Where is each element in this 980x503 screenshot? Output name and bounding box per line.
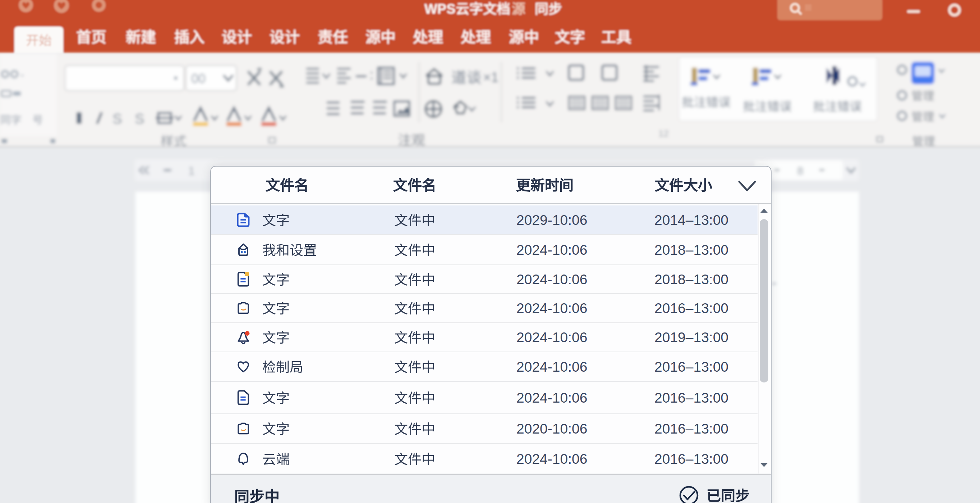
svg-text:2024-10:06: 2024-10:06 (516, 300, 587, 316)
svg-text:2029-10:06: 2029-10:06 (516, 212, 587, 228)
svg-text:2016–13:00: 2016–13:00 (654, 300, 729, 316)
svg-text:S: S (135, 111, 145, 127)
svg-text:2024-10:06: 2024-10:06 (516, 271, 587, 287)
svg-text:S: S (113, 111, 122, 127)
svg-text:2018–13:00: 2018–13:00 (654, 242, 729, 258)
svg-text:2024-10:06: 2024-10:06 (516, 242, 587, 258)
svg-text:×1: ×1 (483, 70, 498, 85)
svg-text:00: 00 (191, 71, 205, 86)
svg-text:2024-10:06: 2024-10:06 (516, 359, 587, 375)
svg-text:WPS: WPS (425, 2, 456, 16)
svg-text:1: 1 (188, 164, 195, 177)
svg-text:2014–13:00: 2014–13:00 (654, 212, 729, 228)
svg-text:2016–13:00: 2016–13:00 (654, 421, 729, 436)
svg-text:2016–13:00: 2016–13:00 (654, 451, 729, 467)
svg-text:2024-10:06: 2024-10:06 (516, 330, 587, 345)
svg-text:2016–13:00: 2016–13:00 (654, 390, 729, 406)
svg-text:8: 8 (797, 164, 803, 177)
svg-text:2020-10:06: 2020-10:06 (516, 421, 587, 436)
svg-text:12: 12 (659, 128, 669, 139)
svg-text:2018–13:00: 2018–13:00 (654, 271, 729, 287)
svg-text:2024-10:06: 2024-10:06 (516, 390, 587, 406)
svg-text:2016–13:00: 2016–13:00 (654, 359, 729, 375)
svg-text:2019–13:00: 2019–13:00 (654, 330, 729, 345)
svg-text:2024-10:06: 2024-10:06 (516, 451, 587, 467)
